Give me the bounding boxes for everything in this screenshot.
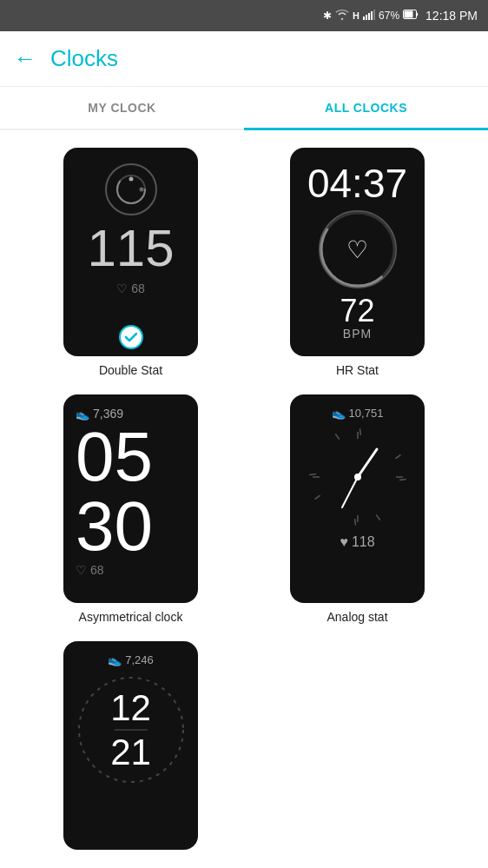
svg-line-25	[358, 449, 377, 477]
dotted-top-row: 👟 7,246	[108, 653, 154, 666]
analog-top-row: 👟 10,751	[332, 407, 384, 420]
double-stat-heart-number: 68	[131, 282, 145, 295]
svg-line-21	[314, 494, 320, 501]
back-button[interactable]: ←	[14, 45, 36, 72]
clock-card-analog[interactable]: 👟 10,751	[290, 394, 425, 603]
status-bar: ✱ H 67%	[0, 0, 488, 31]
svg-line-26	[342, 477, 358, 507]
dotted-hour: 12	[110, 690, 151, 726]
svg-line-19	[374, 514, 381, 520]
double-stat-heart-icon: ♡	[116, 282, 128, 295]
clock-cell-analog[interactable]: 👟 10,751	[244, 394, 471, 624]
dotted-divider	[115, 730, 147, 731]
status-icons: ✱ H 67%	[323, 9, 478, 23]
clock-cell-double-stat[interactable]: 115 ♡ 68 Double Stat	[17, 148, 244, 377]
svg-rect-0	[363, 17, 365, 20]
analog-heart-number: 118	[352, 534, 375, 550]
clock-label-asym: Asymmetrical clock	[79, 610, 183, 624]
analog-steps: 10,751	[349, 407, 384, 420]
status-time: 12:18 PM	[425, 9, 478, 23]
svg-line-24	[357, 428, 362, 435]
dotted-minute: 21	[110, 734, 151, 771]
clock-label-double-stat: Double Stat	[99, 363, 162, 377]
clock-face-dotted: 👟 7,246 12 21	[63, 641, 198, 850]
asym-heart-icon: ♡	[76, 563, 87, 577]
bluetooth-icon: ✱	[323, 10, 332, 22]
clock-face-analog: 👟 10,751	[290, 394, 425, 603]
clock-label-hr-stat: HR Stat	[336, 363, 379, 377]
asym-hour: 05	[76, 422, 153, 492]
double-stat-number: 115	[87, 222, 174, 275]
network-h-icon: H	[353, 10, 359, 21]
svg-line-22	[309, 472, 316, 477]
svg-rect-3	[371, 11, 373, 20]
svg-line-18	[399, 477, 406, 482]
asym-minute: 30	[76, 492, 153, 561]
clock-face-asym: 👟 7,369 05 30 ♡ 68	[63, 394, 198, 603]
svg-rect-1	[366, 15, 367, 20]
tab-all-clocks[interactable]: ALL CLOCKS	[244, 87, 488, 129]
tab-my-clock[interactable]: MY CLOCK	[0, 87, 244, 129]
dotted-steps: 7,246	[125, 653, 154, 666]
svg-line-20	[353, 519, 358, 526]
battery-icon	[403, 10, 419, 22]
dotted-steps-icon: 👟	[108, 653, 122, 666]
svg-rect-6	[405, 11, 413, 18]
hr-stat-time: 04:37	[307, 163, 407, 203]
selected-badge	[119, 325, 143, 349]
clock-cell-hr-stat[interactable]: 04:37 ♡ 72 BPM HR Stat	[244, 148, 471, 377]
analog-bottom-row: ♥ 118	[340, 534, 374, 550]
tabs-bar: MY CLOCK ALL CLOCKS	[0, 87, 488, 130]
header: ← Clocks	[0, 31, 488, 87]
clock-grid: 115 ♡ 68 Double Stat 04:37	[0, 130, 488, 868]
clock-card-dotted[interactable]: 👟 7,246 12 21	[63, 641, 198, 850]
clock-face-hr-stat: 04:37 ♡ 72 BPM	[290, 148, 425, 356]
clock-card-asym[interactable]: 👟 7,369 05 30 ♡ 68	[63, 394, 198, 603]
hr-stat-bpm: BPM	[343, 327, 372, 341]
svg-point-10	[139, 188, 143, 192]
hr-stat-number: 72	[340, 295, 374, 327]
svg-point-9	[129, 177, 133, 182]
clock-cell-dotted[interactable]: 👟 7,246 12 21	[17, 641, 244, 857]
asym-bottom-row: ♡ 68	[76, 563, 104, 577]
svg-line-23	[333, 434, 340, 440]
page-title: Clocks	[50, 45, 118, 72]
signal-icon	[363, 10, 375, 23]
clock-cell-asym[interactable]: 👟 7,369 05 30 ♡ 68 Asymmetrical clock	[17, 394, 244, 624]
svg-point-27	[354, 474, 361, 480]
dotted-clock-face: 12 21	[75, 673, 188, 786]
wifi-icon	[335, 10, 349, 23]
svg-line-17	[395, 454, 400, 461]
analog-steps-icon: 👟	[332, 407, 346, 420]
hr-stat-circle: ♡	[319, 210, 397, 288]
svg-rect-4	[373, 10, 375, 20]
double-stat-bottom: ♡ 68	[116, 282, 145, 295]
svg-rect-2	[368, 13, 370, 20]
analog-heart-icon: ♥	[340, 534, 348, 550]
clock-card-hr-stat[interactable]: 04:37 ♡ 72 BPM	[290, 148, 425, 356]
dotted-time-inner: 12 21	[110, 690, 151, 771]
battery-percentage: 67%	[379, 10, 399, 22]
double-stat-top-circle	[105, 163, 157, 215]
analog-clock-face	[306, 425, 410, 529]
clock-label-analog: Analog stat	[326, 610, 387, 624]
asym-heart-number: 68	[90, 563, 104, 577]
clock-card-double-stat[interactable]: 115 ♡ 68	[63, 148, 198, 356]
